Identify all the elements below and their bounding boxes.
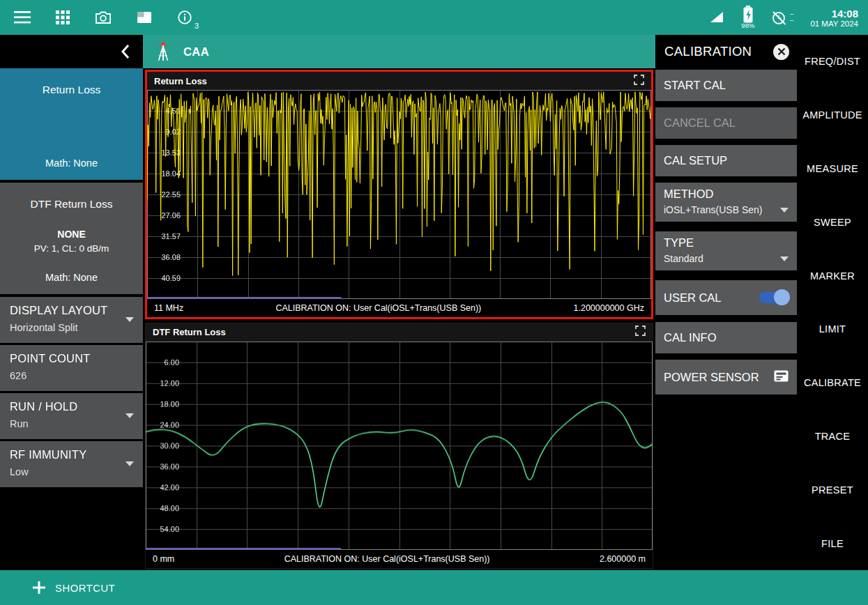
close-icon[interactable]	[773, 44, 789, 60]
chevron-left-icon	[121, 44, 130, 59]
trace-title: DTF Return Loss	[6, 198, 137, 210]
clock: 14:08 01 MAY 2024	[810, 8, 858, 28]
top-status-bar: 3 98% – – 14:08 01 MAY 2024	[0, 0, 868, 35]
menu-item-freq-dist[interactable]: FREQ/DIST	[805, 56, 860, 67]
alarm-dash-bottom: –	[790, 17, 793, 24]
dtf-return-loss-plot[interactable]	[146, 342, 653, 551]
trace-math: Math: None	[6, 158, 137, 169]
main-content: CAA Return Loss 11 MHz CALIBRATION ON: U…	[143, 35, 655, 570]
wifi-off-icon[interactable]	[709, 11, 724, 24]
chart-status-bar: 11 MHz CALIBRATION ON: User Cal(iOSL+Tra…	[147, 299, 651, 317]
menu-item-trace[interactable]: TRACE	[815, 431, 851, 442]
trace-settings-summary: NONE PV: 1, CL: 0 dB/m	[6, 229, 137, 254]
fullscreen-icon[interactable]	[635, 326, 646, 339]
chevron-down-icon	[125, 461, 134, 466]
start-cal-button[interactable]: START CAL	[655, 70, 797, 101]
sidebar-collapse-button[interactable]	[0, 35, 143, 68]
chevron-down-icon	[780, 208, 789, 213]
chevron-down-icon	[125, 317, 134, 322]
menu-item-marker[interactable]: MARKER	[810, 270, 855, 282]
alarm-off-icon	[771, 10, 788, 25]
menu-item-preset[interactable]: PRESET	[812, 484, 853, 496]
cancel-cal-button[interactable]: CANCEL CAL	[655, 107, 797, 139]
x-start-label: 11 MHz	[154, 303, 183, 313]
power-sensor-icon	[774, 370, 789, 385]
fullscreen-icon[interactable]	[634, 75, 644, 88]
toggle-switch[interactable]	[759, 292, 789, 303]
x-stop-label: 2.600000 m	[600, 554, 646, 564]
run-hold-dropdown[interactable]: RUN / HOLD Run	[0, 393, 143, 439]
battery-percent: 98%	[741, 22, 754, 29]
info-icon[interactable]: 3	[177, 10, 192, 25]
alarm-indicator[interactable]: – –	[771, 10, 793, 25]
chart-title: DTF Return Loss	[153, 327, 226, 337]
menu-item-limit[interactable]: LIMIT	[819, 323, 846, 335]
user-cal-toggle-row[interactable]: USER CAL	[655, 280, 797, 315]
method-dropdown[interactable]: METHOD iOSL+Trans(USB Sen)	[655, 183, 797, 222]
left-sidebar: Return Loss Math: None DTF Return Loss N…	[0, 35, 143, 570]
chart-area: Return Loss 11 MHz CALIBRATION ON: User …	[143, 68, 655, 570]
chart-title: Return Loss	[154, 76, 207, 86]
chart-status-bar: 0 mm CALIBRATION ON: User Cal(iOSL+Trans…	[146, 550, 653, 568]
apps-grid-icon[interactable]	[56, 10, 70, 24]
type-dropdown[interactable]: TYPE Standard	[655, 231, 797, 270]
trace-box-dtf-return-loss[interactable]: DTF Return Loss NONE PV: 1, CL: 0 dB/m M…	[0, 183, 143, 294]
cal-setup-button[interactable]: CAL SETUP	[655, 145, 797, 176]
x-stop-label: 1.200000000 GHz	[574, 303, 644, 313]
battery-indicator: 98%	[741, 6, 754, 29]
menu-icon[interactable]	[14, 11, 31, 24]
calibration-panel-header: CALIBRATION	[655, 35, 797, 68]
x-start-label: 0 mm	[153, 554, 174, 564]
trace-math: Math: None	[6, 272, 137, 283]
power-sensor-button[interactable]: POWER SENSOR	[655, 360, 797, 395]
caa-antenna-icon	[153, 40, 174, 63]
add-shortcut-button[interactable]: SHORTCUT	[32, 581, 115, 595]
menu-item-measure[interactable]: MEASURE	[807, 163, 858, 174]
cal-info-button[interactable]: CAL INFO	[655, 322, 797, 353]
app-header: CAA	[143, 35, 655, 68]
chart-title-bar: Return Loss	[147, 72, 651, 90]
chart-return-loss[interactable]: Return Loss 11 MHz CALIBRATION ON: User …	[145, 70, 653, 319]
chart-dtf-return-loss[interactable]: DTF Return Loss 0 mm CALIBRATION ON: Use…	[145, 323, 653, 569]
panel-title: CALIBRATION	[664, 44, 752, 59]
shortcut-label: SHORTCUT	[55, 582, 115, 594]
chart-title-bar: DTF Return Loss	[146, 323, 653, 342]
right-menu: FREQ/DIST AMPLITUDE MEASURE SWEEP MARKER…	[797, 35, 868, 570]
menu-item-file[interactable]: FILE	[821, 538, 844, 549]
chevron-down-icon	[780, 256, 789, 261]
return-loss-plot[interactable]	[147, 90, 651, 299]
plus-icon	[32, 581, 46, 595]
trace-box-return-loss[interactable]: Return Loss Math: None	[0, 68, 143, 180]
calibration-panel: CALIBRATION START CAL CANCEL CAL CAL SET…	[655, 35, 797, 570]
calibration-status: CALIBRATION ON: User Cal(iOSL+Trans(USB …	[284, 554, 490, 564]
menu-item-sweep[interactable]: SWEEP	[814, 217, 851, 228]
display-layout-dropdown[interactable]: DISPLAY LAYOUT Horizontal Split	[0, 297, 143, 343]
clock-time: 14:08	[810, 8, 858, 20]
clock-date: 01 MAY 2024	[810, 20, 858, 28]
calibration-status: CALIBRATION ON: User Cal(iOSL+Trans(USB …	[275, 303, 481, 313]
trace-title: Return Loss	[6, 84, 137, 96]
info-count-badge: 3	[195, 22, 199, 30]
chevron-down-icon	[125, 413, 134, 418]
bottom-bar: SHORTCUT	[0, 570, 868, 605]
rf-immunity-dropdown[interactable]: RF IMMUNITY Low	[0, 441, 143, 487]
screenshot-icon[interactable]	[137, 11, 152, 24]
menu-item-amplitude[interactable]: AMPLITUDE	[802, 109, 862, 121]
camera-icon[interactable]	[95, 10, 112, 24]
menu-item-calibrate[interactable]: CALIBRATE	[804, 377, 861, 388]
point-count-field[interactable]: POINT COUNT 626	[0, 345, 143, 391]
app-title: CAA	[183, 45, 209, 59]
